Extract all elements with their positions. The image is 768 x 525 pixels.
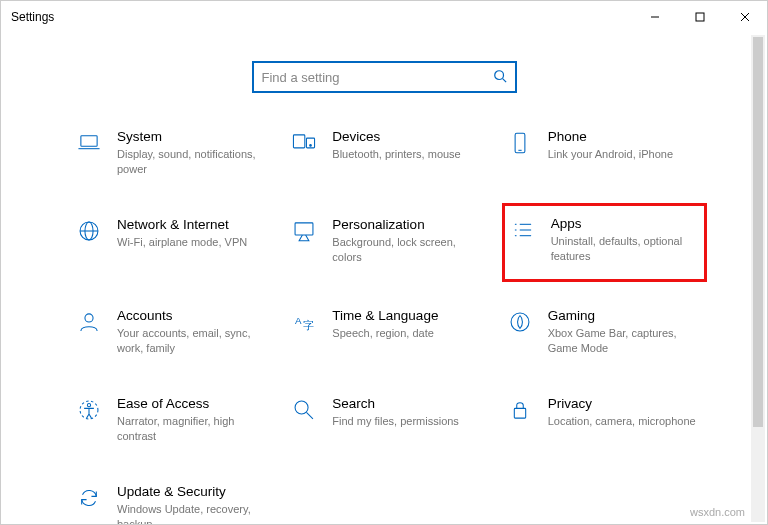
tile-title: Apps <box>551 216 700 231</box>
tile-desc: Your accounts, email, sync, work, family <box>117 326 267 356</box>
laptop-icon <box>75 129 103 157</box>
tile-desc: Uninstall, defaults, optional features <box>551 234 700 264</box>
sync-icon <box>75 484 103 512</box>
tile-title: Privacy <box>548 396 696 411</box>
tile-title: Gaming <box>548 308 698 323</box>
svg-rect-31 <box>514 408 525 418</box>
svg-text:字: 字 <box>304 319 315 331</box>
tile-desc: Xbox Game Bar, captures, Game Mode <box>548 326 698 356</box>
tile-desc: Windows Update, recovery, backup <box>117 502 267 525</box>
svg-line-5 <box>502 78 506 82</box>
tile-title: Personalization <box>332 217 482 232</box>
tile-desc: Find my files, permissions <box>332 414 459 429</box>
search-wrap <box>1 61 767 93</box>
tile-personalization[interactable]: Personalization Background, lock screen,… <box>286 211 491 275</box>
svg-rect-1 <box>696 13 704 21</box>
tile-title: Network & Internet <box>117 217 247 232</box>
tile-title: Phone <box>548 129 673 144</box>
svg-point-28 <box>87 404 90 407</box>
devices-icon <box>290 129 318 157</box>
svg-point-23 <box>85 314 93 322</box>
tile-desc: Speech, region, date <box>332 326 438 341</box>
tile-desc: Bluetooth, printers, mouse <box>332 147 460 162</box>
search-input[interactable] <box>262 70 493 85</box>
svg-rect-8 <box>294 135 305 148</box>
tile-title: Time & Language <box>332 308 438 323</box>
tile-title: System <box>117 129 267 144</box>
list-icon <box>509 216 537 244</box>
window-title: Settings <box>11 10 54 24</box>
search-box[interactable] <box>252 61 517 93</box>
tile-accounts[interactable]: Accounts Your accounts, email, sync, wor… <box>71 302 276 362</box>
tile-ease-of-access[interactable]: Ease of Access Narrator, magnifier, high… <box>71 390 276 450</box>
settings-grid: System Display, sound, notifications, po… <box>1 123 767 525</box>
language-icon: A字 <box>290 308 318 336</box>
person-icon <box>75 308 103 336</box>
tile-title: Devices <box>332 129 460 144</box>
globe-icon <box>75 217 103 245</box>
minimize-button[interactable] <box>632 1 677 33</box>
tile-time-language[interactable]: A字 Time & Language Speech, region, date <box>286 302 491 362</box>
tile-title: Search <box>332 396 459 411</box>
tile-update-security[interactable]: Update & Security Windows Update, recove… <box>71 478 276 525</box>
svg-text:A: A <box>295 315 302 326</box>
tile-desc: Background, lock screen, colors <box>332 235 482 265</box>
paint-icon <box>290 217 318 245</box>
accessibility-icon <box>75 396 103 424</box>
svg-rect-16 <box>295 223 313 235</box>
tile-search[interactable]: Search Find my files, permissions <box>286 390 491 450</box>
tile-desc: Display, sound, notifications, power <box>117 147 267 177</box>
scrollbar[interactable] <box>751 35 765 522</box>
svg-point-29 <box>295 401 308 414</box>
tile-desc: Location, camera, microphone <box>548 414 696 429</box>
tile-gaming[interactable]: Gaming Xbox Game Bar, captures, Game Mod… <box>502 302 707 362</box>
maximize-button[interactable] <box>677 1 722 33</box>
magnifier-icon <box>290 396 318 424</box>
svg-point-4 <box>494 70 503 79</box>
tile-system[interactable]: System Display, sound, notifications, po… <box>71 123 276 183</box>
tile-title: Accounts <box>117 308 267 323</box>
phone-icon <box>506 129 534 157</box>
svg-line-30 <box>307 413 314 420</box>
tile-title: Ease of Access <box>117 396 267 411</box>
tile-phone[interactable]: Phone Link your Android, iPhone <box>502 123 707 183</box>
tile-apps[interactable]: Apps Uninstall, defaults, optional featu… <box>502 203 707 283</box>
tile-desc: Wi-Fi, airplane mode, VPN <box>117 235 247 250</box>
watermark: wsxdn.com <box>690 506 745 518</box>
window-controls <box>632 1 767 33</box>
scrollbar-thumb[interactable] <box>753 37 763 427</box>
svg-rect-6 <box>81 136 97 147</box>
titlebar: Settings <box>1 1 767 33</box>
tile-desc: Link your Android, iPhone <box>548 147 673 162</box>
tile-title: Update & Security <box>117 484 267 499</box>
search-icon <box>493 69 507 86</box>
lock-icon <box>506 396 534 424</box>
close-button[interactable] <box>722 1 767 33</box>
tile-desc: Narrator, magnifier, high contrast <box>117 414 267 444</box>
tile-privacy[interactable]: Privacy Location, camera, microphone <box>502 390 707 450</box>
tile-devices[interactable]: Devices Bluetooth, printers, mouse <box>286 123 491 183</box>
gaming-icon <box>506 308 534 336</box>
svg-point-10 <box>310 145 312 147</box>
tile-network[interactable]: Network & Internet Wi-Fi, airplane mode,… <box>71 211 276 275</box>
